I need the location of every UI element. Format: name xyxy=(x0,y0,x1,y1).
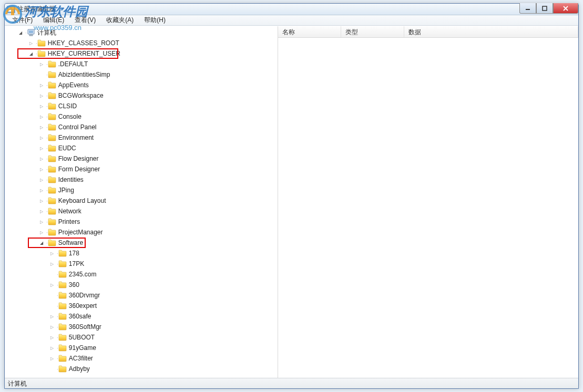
node-label[interactable]: 178 xyxy=(69,250,79,257)
node-label[interactable]: Software xyxy=(58,239,83,246)
expander-icon[interactable] xyxy=(38,198,45,204)
tree-node-hkey-classes-root[interactable]: ·HKEY_CLASSES_ROOT xyxy=(5,38,278,48)
node-label[interactable]: CLSID xyxy=(58,102,77,110)
node-label[interactable]: Console xyxy=(58,113,81,120)
tree-node-5uboot[interactable]: ·5UBOOT xyxy=(5,332,278,343)
column-data[interactable]: 数据 xyxy=(404,26,578,37)
expander-icon[interactable] xyxy=(38,229,45,235)
tree-node-identities[interactable]: ·Identities xyxy=(5,174,278,185)
node-label[interactable]: 360expert xyxy=(69,302,97,310)
node-label[interactable]: Adbyby xyxy=(69,365,90,373)
tree-node-abizidentitiessimp[interactable]: ·AbizIdentitiesSimp xyxy=(5,69,278,80)
expander-icon[interactable] xyxy=(17,29,24,36)
tree-node-eudc[interactable]: ·EUDC xyxy=(5,143,278,153)
node-label[interactable]: Control Panel xyxy=(58,123,97,131)
tree-node-2345-com[interactable]: ·2345.com xyxy=(5,269,278,280)
node-label[interactable]: BCGWorkspace xyxy=(58,92,104,99)
node-label[interactable]: AppEvents xyxy=(58,81,89,89)
expander-icon[interactable] xyxy=(38,114,45,120)
tree-node-printers[interactable]: ·Printers xyxy=(5,216,278,227)
minimize-button[interactable] xyxy=(519,3,536,14)
tree-pane[interactable]: ·计算机·HKEY_CLASSES_ROOT·HKEY_CURRENT_USER… xyxy=(5,26,278,378)
tree-node-keyboard-layout[interactable]: ·Keyboard Layout xyxy=(5,195,278,206)
maximize-button[interactable] xyxy=(536,3,553,14)
node-label[interactable]: ProjectManager xyxy=(58,229,103,236)
expander-icon[interactable] xyxy=(38,177,45,183)
tree-node-control-panel[interactable]: ·Control Panel xyxy=(5,122,278,132)
menu-help[interactable]: 帮助(H) xyxy=(139,15,171,26)
tree-node-form-designer[interactable]: ·Form Designer xyxy=(5,164,278,174)
column-name[interactable]: 名称 xyxy=(278,26,341,37)
tree-node-adbyby[interactable]: ·Adbyby xyxy=(5,364,278,374)
column-type[interactable]: 类型 xyxy=(341,26,404,37)
expander-icon[interactable] xyxy=(38,61,45,67)
node-label[interactable]: AbizIdentitiesSimp xyxy=(58,71,110,78)
tree-node-appevents[interactable]: ·AppEvents xyxy=(5,80,278,90)
node-label[interactable]: HKEY_CLASSES_ROOT xyxy=(48,39,119,47)
node-label[interactable]: 360Drvmgr xyxy=(69,292,100,299)
node-label[interactable]: 计算机 xyxy=(37,28,56,37)
node-label[interactable]: Environment xyxy=(58,134,94,141)
close-button[interactable] xyxy=(553,3,578,14)
expander-icon[interactable] xyxy=(38,219,45,225)
expander-icon[interactable] xyxy=(38,135,45,141)
expander-icon[interactable] xyxy=(49,261,55,267)
tree-node-360safe[interactable]: ·360safe xyxy=(5,311,278,322)
expander-icon[interactable] xyxy=(28,40,34,46)
expander-icon[interactable] xyxy=(38,240,45,246)
tree-node-360softmgr[interactable]: ·360SoftMgr xyxy=(5,322,278,332)
tree-node-environment[interactable]: ·Environment xyxy=(5,132,278,143)
expander-icon[interactable] xyxy=(49,334,55,341)
menu-favorites[interactable]: 收藏夹(A) xyxy=(101,15,139,26)
tree-node-360drvmgr[interactable]: ·360Drvmgr xyxy=(5,290,278,301)
tree-node-91ygame[interactable]: ·91yGame xyxy=(5,343,278,353)
expander-icon[interactable] xyxy=(38,92,45,99)
tree-node-360expert[interactable]: ·360expert xyxy=(5,301,278,311)
tree-node--default[interactable]: ·.DEFAULT xyxy=(5,59,278,69)
node-label[interactable]: 5UBOOT xyxy=(69,334,95,341)
expander-icon[interactable] xyxy=(38,145,45,151)
node-label[interactable]: Flow Designer xyxy=(58,155,99,162)
node-label[interactable]: Printers xyxy=(58,218,80,225)
node-label[interactable]: 360safe xyxy=(69,313,91,320)
menu-file[interactable]: 文件(F) xyxy=(7,15,38,26)
expander-icon[interactable] xyxy=(38,187,45,193)
node-label[interactable]: Identities xyxy=(58,176,84,183)
tree-node-360[interactable]: ·360 xyxy=(5,280,278,290)
node-label[interactable]: AC3filter xyxy=(69,355,93,362)
tree-node-ac3filter[interactable]: ·AC3filter xyxy=(5,353,278,364)
expander-icon[interactable] xyxy=(28,50,34,57)
node-label[interactable]: EUDC xyxy=(58,145,76,152)
tree-node-flow-designer[interactable]: ·Flow Designer xyxy=(5,153,278,164)
tree-node-network[interactable]: ·Network xyxy=(5,206,278,216)
tree-node-hkey-current-user[interactable]: ·HKEY_CURRENT_USER xyxy=(5,48,278,59)
tree-node-software[interactable]: ·Software xyxy=(5,238,278,248)
tree-node-clsid[interactable]: ·CLSID xyxy=(5,101,278,111)
menu-edit[interactable]: 编辑(E) xyxy=(38,15,69,26)
node-label[interactable]: 360 xyxy=(69,281,79,288)
node-label[interactable]: 91yGame xyxy=(69,344,96,352)
expander-icon[interactable] xyxy=(49,355,55,362)
node-label[interactable]: 360SoftMgr xyxy=(69,323,101,331)
expander-icon[interactable] xyxy=(38,166,45,172)
expander-icon[interactable] xyxy=(38,208,45,214)
tree-node-projectmanager[interactable]: ·ProjectManager xyxy=(5,227,278,238)
node-label[interactable]: JPing xyxy=(58,187,74,194)
tree-node-jping[interactable]: ·JPing xyxy=(5,185,278,195)
tree-node-console[interactable]: ·Console xyxy=(5,111,278,122)
titlebar[interactable]: 注册表编辑器 xyxy=(5,4,578,15)
menu-view[interactable]: 查看(V) xyxy=(69,15,101,26)
expander-icon[interactable] xyxy=(49,313,55,319)
node-label[interactable]: Network xyxy=(58,208,81,215)
expander-icon[interactable] xyxy=(38,124,45,130)
expander-icon[interactable] xyxy=(49,345,55,351)
tree-node-17pk[interactable]: ·17PK xyxy=(5,259,278,269)
expander-icon[interactable] xyxy=(49,250,55,256)
expander-icon[interactable] xyxy=(49,324,55,330)
expander-icon[interactable] xyxy=(38,82,45,88)
list-body[interactable] xyxy=(278,38,578,378)
expander-icon[interactable] xyxy=(38,156,45,162)
node-label[interactable]: 17PK xyxy=(69,260,84,267)
expander-icon[interactable] xyxy=(38,103,45,109)
node-label[interactable]: HKEY_CURRENT_USER xyxy=(48,50,120,57)
